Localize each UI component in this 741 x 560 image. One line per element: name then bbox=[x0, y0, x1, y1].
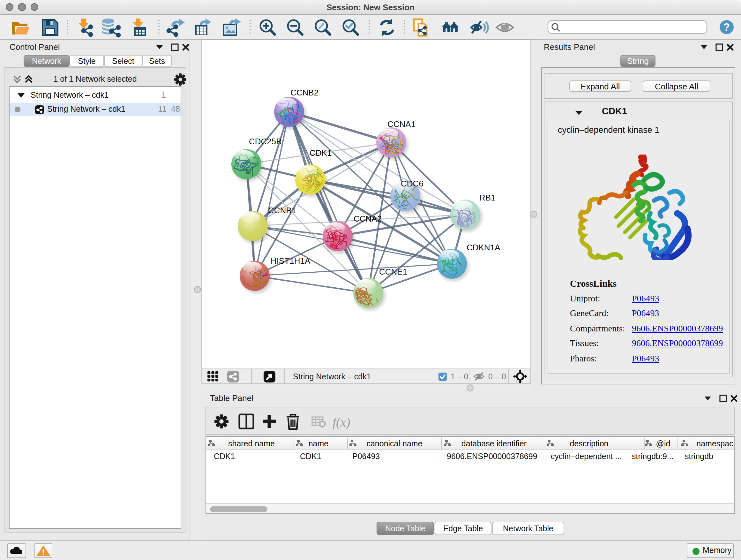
svg-text:1 – 0: 1 – 0 bbox=[451, 372, 468, 381]
svg-text:CCNB1: CCNB1 bbox=[268, 206, 296, 215]
svg-text:CDC25B: CDC25B bbox=[249, 137, 282, 146]
svg-text:name: name bbox=[309, 439, 329, 448]
svg-text:0 – 0: 0 – 0 bbox=[488, 372, 506, 381]
svg-text:HIST1H1A: HIST1H1A bbox=[271, 256, 311, 266]
svg-text:CCNE1: CCNE1 bbox=[379, 267, 407, 276]
svg-text:@id: @id bbox=[656, 439, 670, 448]
svg-text:description: description bbox=[570, 439, 609, 448]
svg-text:CCNA2: CCNA2 bbox=[354, 214, 382, 224]
svg-text:namespac: namespac bbox=[696, 439, 733, 448]
svg-text:database identifier: database identifier bbox=[461, 439, 527, 448]
svg-text:String Network – cdk1: String Network – cdk1 bbox=[293, 372, 371, 381]
svg-text:canonical name: canonical name bbox=[366, 439, 422, 448]
svg-text:f(x): f(x) bbox=[333, 415, 350, 429]
svg-text:shared name: shared name bbox=[228, 439, 275, 448]
svg-text:CDK1: CDK1 bbox=[310, 148, 332, 158]
svg-text:?: ? bbox=[724, 20, 730, 33]
svg-text:RB1: RB1 bbox=[479, 193, 495, 202]
svg-text:CCNB2: CCNB2 bbox=[290, 88, 319, 98]
svg-text:CDKN1A: CDKN1A bbox=[467, 243, 500, 252]
svg-text:CCNA1: CCNA1 bbox=[387, 119, 415, 129]
svg-text:CDC6: CDC6 bbox=[401, 179, 423, 188]
